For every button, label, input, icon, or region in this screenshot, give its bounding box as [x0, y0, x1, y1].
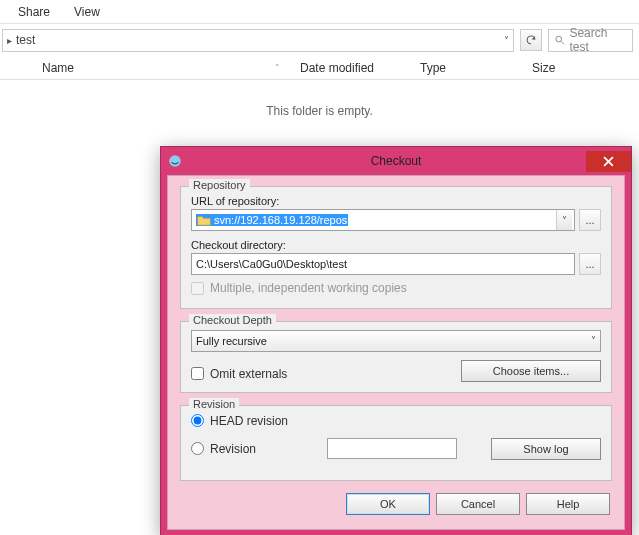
sort-caret-icon: ˄ [275, 63, 280, 73]
chevron-right-icon: ▸ [7, 35, 12, 46]
url-value: svn://192.168.19.128/repos [214, 214, 347, 226]
column-type[interactable]: Type [408, 61, 520, 75]
folder-body: This folder is empty. [0, 80, 639, 118]
titlebar[interactable]: Checkout [161, 147, 631, 175]
column-size[interactable]: Size [520, 61, 639, 75]
refresh-button[interactable] [520, 29, 542, 51]
group-repository: Repository URL of repository: svn://192.… [180, 186, 612, 309]
ribbon-tab-share[interactable]: Share [6, 1, 62, 23]
help-button[interactable]: Help [526, 493, 610, 515]
svg-point-0 [556, 36, 562, 42]
cancel-button[interactable]: Cancel [436, 493, 520, 515]
browse-dir-button[interactable]: ... [579, 253, 601, 275]
group-label: Repository [189, 179, 250, 191]
dialog-buttons: OK Cancel Help [180, 493, 612, 515]
refresh-icon [525, 34, 537, 46]
chevron-down-icon[interactable]: ˅ [556, 210, 572, 230]
show-log-button[interactable]: Show log [491, 438, 601, 460]
search-icon [554, 34, 565, 46]
breadcrumb-item[interactable]: test [16, 33, 35, 47]
ribbon-tab-view[interactable]: View [62, 1, 112, 23]
column-name[interactable]: Name˄ [30, 61, 288, 75]
column-headers: Name˄ Date modified Type Size [0, 56, 639, 80]
dialog-title: Checkout [161, 154, 631, 168]
browse-url-button[interactable]: ... [579, 209, 601, 231]
search-input[interactable]: Search test [548, 29, 633, 52]
search-placeholder: Search test [569, 26, 627, 54]
omit-externals-checkbox[interactable]: Omit externals [191, 367, 287, 381]
column-date[interactable]: Date modified [288, 61, 408, 75]
chevron-down-icon[interactable]: ˅ [504, 35, 509, 46]
depth-select[interactable]: Fully recursive ˅ [191, 330, 601, 352]
revision-radio[interactable]: Revision [191, 442, 321, 456]
address-bar: ▸ test ˅ Search test [0, 24, 639, 56]
svg-line-1 [561, 41, 564, 44]
group-label: Checkout Depth [189, 314, 276, 326]
multiple-copies-checkbox: Multiple, independent working copies [191, 281, 407, 295]
chevron-down-icon: ˅ [591, 335, 596, 346]
revision-input[interactable] [327, 438, 457, 459]
breadcrumb[interactable]: ▸ test ˅ [2, 29, 514, 52]
checkout-dialog: Checkout Repository URL of repository: s… [160, 146, 632, 535]
dir-label: Checkout directory: [191, 239, 601, 251]
group-revision: Revision HEAD revision Revision Show log [180, 405, 612, 481]
head-revision-radio[interactable]: HEAD revision [191, 414, 601, 428]
folder-icon [197, 214, 211, 226]
ribbon: Share View [0, 0, 639, 24]
choose-items-button[interactable]: Choose items... [461, 360, 601, 382]
ok-button[interactable]: OK [346, 493, 430, 515]
empty-message: This folder is empty. [266, 104, 372, 118]
dir-input[interactable] [191, 253, 575, 275]
group-label: Revision [189, 398, 239, 410]
url-combo[interactable]: svn://192.168.19.128/repos ˅ [191, 209, 575, 231]
group-depth: Checkout Depth Fully recursive ˅ Omit ex… [180, 321, 612, 393]
url-label: URL of repository: [191, 195, 601, 207]
